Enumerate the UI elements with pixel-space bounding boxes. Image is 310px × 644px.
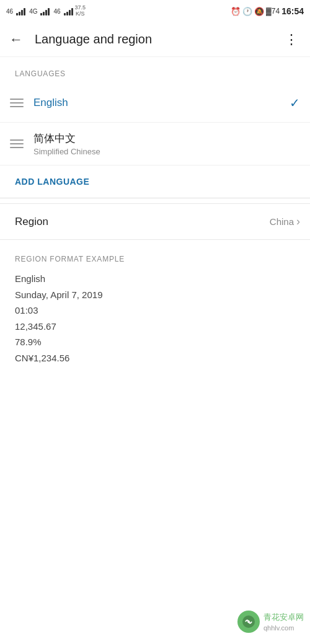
drag-line3 xyxy=(10,106,24,107)
format-line-date: Sunday, April 7, 2019 xyxy=(15,287,295,303)
add-language-label: ADD LANGUAGE xyxy=(15,177,89,187)
chevron-right-icon: › xyxy=(296,215,300,228)
language-name-chinese: 简体中文 xyxy=(33,131,300,146)
signal-text2: 4G xyxy=(29,8,37,15)
region-row[interactable]: Region China › xyxy=(0,204,310,239)
data-speed: 37.5K/S xyxy=(75,5,86,17)
watermark: 青花安卓网qhhlv.com xyxy=(237,611,304,633)
languages-section-header: LANGUAGES xyxy=(0,57,310,83)
format-line-currency: CN¥1,234.56 xyxy=(15,350,295,366)
add-language-button[interactable]: ADD LANGUAGE xyxy=(0,165,310,198)
more-options-button[interactable]: ⋮ xyxy=(278,26,305,53)
page-title: Language and region xyxy=(35,32,278,46)
time-display: 16:54 xyxy=(281,6,304,16)
signal-bars3 xyxy=(64,7,73,15)
status-bar: 46 4G 46 37.5K/S ⏰ 🕐 🔕 ▓74 16:54 xyxy=(0,0,310,22)
language-name-english: English xyxy=(33,97,290,109)
drag-line6 xyxy=(10,147,24,148)
bell-icon: 🔕 xyxy=(254,7,264,16)
signal-text3: 46 xyxy=(53,8,60,15)
drag-line4 xyxy=(10,139,24,141)
drag-handle-chinese[interactable] xyxy=(10,139,24,148)
watermark-text: 青花安卓网qhhlv.com xyxy=(264,612,304,632)
back-button[interactable]: ← xyxy=(2,26,30,53)
watermark-logo xyxy=(237,611,260,633)
more-icon: ⋮ xyxy=(285,32,298,48)
region-value: China xyxy=(270,216,294,227)
language-item-english[interactable]: English ✓ xyxy=(0,83,310,123)
selected-check-icon: ✓ xyxy=(290,95,300,110)
battery-icon: ▓74 xyxy=(266,7,280,15)
language-info-chinese: 简体中文 Simplified Chinese xyxy=(33,131,300,156)
status-left: 46 4G 46 37.5K/S xyxy=(6,5,86,17)
svg-point-1 xyxy=(247,620,250,623)
alarm-icon: ⏰ xyxy=(231,7,241,16)
signal-bars xyxy=(16,7,25,15)
signal-text: 46 xyxy=(6,8,13,15)
status-icons: ⏰ 🕐 🔕 ▓74 16:54 xyxy=(231,6,304,16)
back-arrow-icon: ← xyxy=(9,32,23,48)
region-format-header: REGION FORMAT EXAMPLE xyxy=(15,245,295,271)
toolbar: ← Language and region ⋮ xyxy=(0,22,310,57)
drag-handle-english[interactable] xyxy=(10,99,24,107)
region-format-section: REGION FORMAT EXAMPLE English Sunday, Ap… xyxy=(0,245,310,381)
watermark-icon xyxy=(242,615,255,629)
format-line-number: 12,345.67 xyxy=(15,319,295,335)
drag-line1 xyxy=(10,99,24,100)
format-line-time: 01:03 xyxy=(15,302,295,319)
region-label: Region xyxy=(15,216,270,228)
format-line-language: English xyxy=(15,271,295,287)
format-lines: English Sunday, April 7, 2019 01:03 12,3… xyxy=(15,271,295,366)
drag-line2 xyxy=(10,102,24,104)
clock-icon: 🕐 xyxy=(242,7,252,16)
drag-line5 xyxy=(10,143,24,144)
languages-section: LANGUAGES English ✓ 简体中文 Simplified Chin… xyxy=(0,57,310,198)
language-sub-chinese: Simplified Chinese xyxy=(33,147,300,156)
language-info-english: English xyxy=(33,97,290,109)
region-section: Region China › xyxy=(0,203,310,240)
language-item-chinese[interactable]: 简体中文 Simplified Chinese xyxy=(0,123,310,165)
signal-bars2 xyxy=(40,7,50,15)
format-line-percent: 78.9% xyxy=(15,334,295,350)
